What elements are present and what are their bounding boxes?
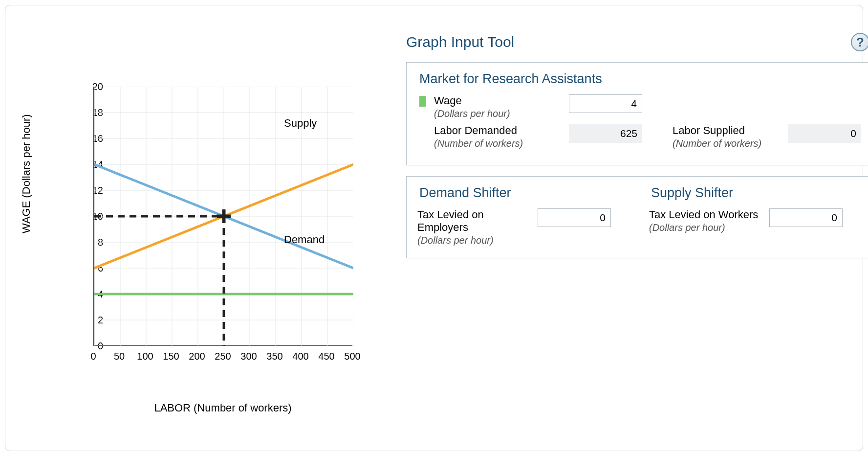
tool-title-row: Graph Input Tool ? bbox=[406, 33, 868, 51]
wage-label-text: Wage bbox=[434, 94, 462, 107]
demand-shifter-input[interactable] bbox=[538, 208, 611, 227]
labor-demanded-label: Labor Demanded (Number of workers) bbox=[434, 124, 561, 150]
supply-shifter-sub: (Dollars per hour) bbox=[649, 222, 725, 233]
labor-supplied-value bbox=[788, 124, 861, 143]
supply-shifter-text: Tax Levied on Workers bbox=[649, 208, 758, 221]
demand-shifter-sub: (Dollars per hour) bbox=[417, 235, 494, 246]
market-box-title: Market for Research Assistants bbox=[419, 71, 861, 87]
labor-supplied-sub: (Number of workers) bbox=[673, 138, 761, 149]
series-label-supply: Supply bbox=[284, 117, 317, 130]
demand-shifter-col: Demand Shifter Tax Levied on Employers (… bbox=[417, 185, 629, 247]
supply-shifter-row: Tax Levied on Workers (Dollars per hour) bbox=[649, 208, 861, 234]
labor-demanded-value bbox=[569, 124, 642, 143]
tool-title: Graph Input Tool bbox=[406, 34, 514, 50]
supply-shifter-label: Tax Levied on Workers (Dollars per hour) bbox=[649, 208, 761, 234]
shifter-box: Demand Shifter Tax Levied on Employers (… bbox=[406, 176, 868, 258]
market-box: Market for Research Assistants Wage (Dol… bbox=[406, 62, 868, 165]
demand-shifter-label: Tax Levied on Employers (Dollars per hou… bbox=[417, 208, 530, 247]
demand-shifter-text: Tax Levied on Employers bbox=[417, 208, 484, 233]
wage-label-sub: (Dollars per hour) bbox=[434, 108, 510, 119]
labor-row: Labor Demanded (Number of workers) Labor… bbox=[434, 124, 861, 150]
supply-shifter-input[interactable] bbox=[769, 208, 843, 227]
help-button[interactable]: ? bbox=[851, 33, 868, 51]
chart-column: WAGE (Dollars per hour) 0246810121416182… bbox=[25, 23, 377, 414]
shifter-columns: Demand Shifter Tax Levied on Employers (… bbox=[417, 185, 861, 247]
wage-swatch-icon bbox=[419, 96, 426, 107]
x-axis-label: LABOR (Number of workers) bbox=[25, 402, 377, 414]
input-column: Graph Input Tool ? Market for Research A… bbox=[406, 23, 868, 414]
series-label-demand: Demand bbox=[284, 233, 325, 246]
graph-tool-panel: WAGE (Dollars per hour) 0246810121416182… bbox=[5, 5, 863, 451]
wage-input[interactable] bbox=[569, 94, 642, 113]
y-axis-label: WAGE (Dollars per hour) bbox=[20, 114, 33, 233]
wage-label: Wage (Dollars per hour) bbox=[434, 94, 561, 120]
wage-row: Wage (Dollars per hour) bbox=[419, 94, 861, 120]
labor-supplied-text: Labor Supplied bbox=[673, 124, 745, 137]
demand-shifter-row: Tax Levied on Employers (Dollars per hou… bbox=[417, 208, 629, 247]
labor-demanded-sub: (Number of workers) bbox=[434, 138, 523, 149]
demand-shifter-title: Demand Shifter bbox=[419, 185, 629, 201]
labor-demanded-text: Labor Demanded bbox=[434, 124, 517, 137]
chart-outer: WAGE (Dollars per hour) 0246810121416182… bbox=[25, 82, 377, 414]
help-icon: ? bbox=[856, 35, 864, 50]
plot-wrap: 02468101214161820 0501001502002503003504… bbox=[74, 87, 367, 390]
supply-shifter-title: Supply Shifter bbox=[651, 185, 861, 201]
labor-supplied-label: Labor Supplied (Number of workers) bbox=[673, 124, 780, 150]
supply-shifter-col: Supply Shifter Tax Levied on Workers (Do… bbox=[649, 185, 861, 247]
columns: WAGE (Dollars per hour) 0246810121416182… bbox=[25, 23, 843, 414]
